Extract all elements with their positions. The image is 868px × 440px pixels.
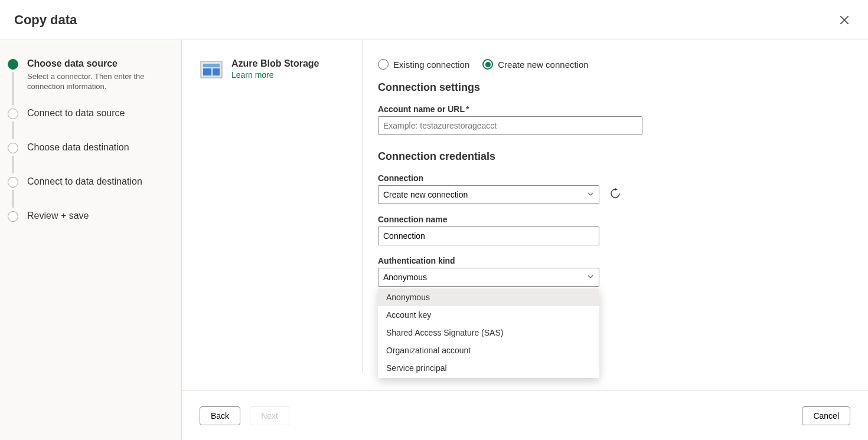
field-connection-name: Connection name: [378, 215, 850, 245]
auth-option[interactable]: Shared Access Signature (SAS): [378, 324, 599, 342]
connection-mode-radios: Existing connection Create new connectio…: [378, 59, 850, 70]
connection-select[interactable]: Create new connection: [378, 185, 599, 204]
field-label-text: Authentication kind: [378, 256, 850, 265]
dialog-body: Choose data source Select a connector. T…: [0, 40, 868, 440]
step-title: Choose data destination: [27, 142, 177, 154]
auth-option[interactable]: Anonymous: [378, 288, 599, 306]
svg-rect-1: [203, 68, 211, 75]
auth-option[interactable]: Organizational account: [378, 342, 599, 359]
auth-option[interactable]: Account key: [378, 306, 599, 324]
connection-form: Existing connection Create new connectio…: [363, 58, 850, 390]
dialog-footer: Back Next Cancel: [182, 390, 868, 440]
dialog-header: Copy data: [0, 0, 868, 40]
dialog-title: Copy data: [14, 12, 77, 28]
step-title: Connect to data source: [27, 107, 177, 120]
close-button[interactable]: [835, 11, 854, 29]
radio-existing-connection[interactable]: Existing connection: [378, 59, 469, 70]
close-icon: [839, 15, 850, 25]
step-title: Review + save: [27, 210, 177, 222]
auth-option[interactable]: Service principal: [378, 359, 599, 377]
field-connection: Connection Create new connection: [378, 173, 850, 204]
back-button[interactable]: Back: [200, 406, 240, 425]
step-connect-destination[interactable]: Connect to data destination: [5, 176, 177, 210]
step-description: Select a connector. Then enter the conne…: [27, 71, 163, 92]
step-choose-source[interactable]: Choose data source Select a connector. T…: [5, 58, 177, 107]
radio-create-new-connection[interactable]: Create new connection: [482, 59, 588, 70]
field-authentication-kind: Authentication kind Anonymous AnonymousA…: [378, 256, 850, 287]
step-marker-icon: [8, 109, 18, 119]
field-account-name: Account name or URL*: [378, 104, 850, 135]
radio-label: Existing connection: [393, 60, 469, 70]
wizard-steps-sidebar: Choose data source Select a connector. T…: [0, 40, 182, 440]
step-review-save[interactable]: Review + save: [5, 210, 177, 238]
refresh-button[interactable]: [610, 188, 621, 201]
refresh-icon: [610, 188, 621, 199]
step-marker-icon: [8, 59, 18, 70]
chevron-down-icon: [587, 272, 594, 282]
content-area: Azure Blob Storage Learn more Existing c…: [182, 40, 868, 390]
svg-rect-2: [213, 68, 220, 75]
radio-label: Create new connection: [498, 60, 588, 70]
step-marker-icon: [8, 143, 18, 153]
step-title: Connect to data destination: [27, 176, 177, 188]
step-marker-icon: [8, 177, 18, 188]
authentication-kind-dropdown: AnonymousAccount keyShared Access Signat…: [378, 287, 599, 378]
required-marker: *: [466, 104, 469, 114]
authentication-kind-select[interactable]: Anonymous: [378, 268, 599, 287]
svg-rect-3: [203, 64, 220, 67]
field-label-text: Connection name: [378, 215, 850, 224]
section-connection-credentials: Connection credentials: [378, 150, 850, 163]
learn-more-link[interactable]: Learn more: [231, 70, 274, 80]
cancel-button[interactable]: Cancel: [802, 406, 850, 425]
section-connection-settings: Connection settings: [378, 81, 850, 94]
step-title: Choose data source: [27, 58, 177, 70]
field-label-text: Account name or URL: [378, 104, 465, 114]
step-choose-destination[interactable]: Choose data destination: [5, 142, 177, 176]
step-connect-source[interactable]: Connect to data source: [5, 107, 177, 142]
radio-icon: [378, 59, 389, 70]
blob-storage-icon: [200, 58, 223, 81]
chevron-down-icon: [587, 190, 594, 199]
connector-name: Azure Blob Storage: [231, 58, 319, 69]
step-marker-icon: [8, 211, 18, 222]
next-button[interactable]: Next: [250, 406, 289, 425]
connector-info-column: Azure Blob Storage Learn more: [200, 58, 362, 390]
radio-icon: [482, 59, 493, 70]
account-name-input[interactable]: [378, 116, 642, 135]
field-label-text: Connection: [378, 173, 850, 183]
main-panel: Azure Blob Storage Learn more Existing c…: [182, 40, 868, 440]
connection-name-input[interactable]: [378, 226, 599, 245]
